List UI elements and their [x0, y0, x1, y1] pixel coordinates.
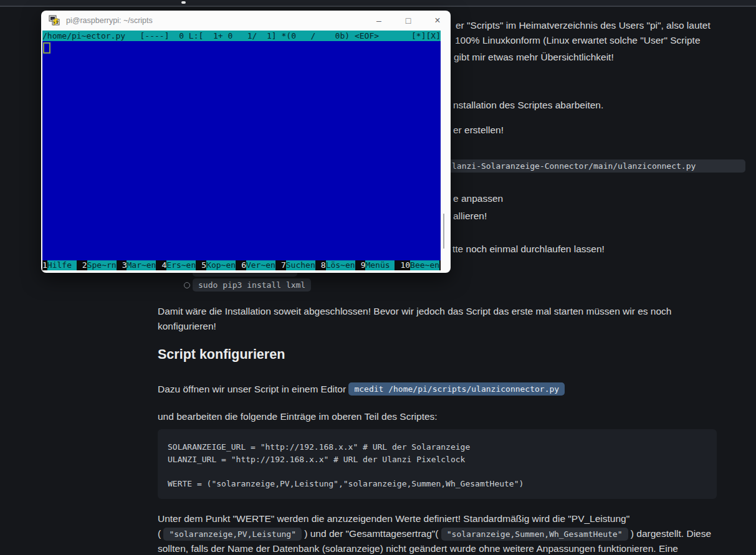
close-button[interactable]: ×	[433, 11, 442, 31]
list-bullet	[184, 282, 190, 288]
fkey-suchen[interactable]: 7Suchen	[281, 260, 315, 270]
inline-code-wget-url: lanzi-Solaranzeige-Connector/main/ulanzi…	[409, 159, 745, 173]
paragraph-segment: (	[158, 526, 163, 541]
text-cursor	[43, 42, 50, 54]
section-heading: Script konfigurieren	[158, 347, 285, 363]
terminal-window[interactable]: pi@raspberrypi: ~/scripts – □ × /home/pi…	[41, 11, 451, 273]
fkey-label: Ers~en	[166, 260, 196, 270]
scrubber-dot	[181, 1, 186, 4]
paragraph-werte: Unter dem Punkt "WERTE" werden die anzuz…	[158, 511, 711, 555]
paragraph-line: Damit wäre die Installation soweit abges…	[158, 304, 671, 319]
article-line: allieren!	[453, 211, 487, 222]
fkey-verschieben[interactable]: 6Ver~en	[241, 260, 275, 270]
putty-icon	[49, 15, 61, 26]
fkey-label: Mar~en	[127, 260, 156, 270]
inline-code-mcedit: mcedit /home/pi/scripts/ulanziconnector.…	[348, 382, 565, 396]
article-line: gibt mir etwas mehr Übersichtlichkeit!	[454, 52, 614, 63]
maximize-button[interactable]: □	[404, 11, 413, 31]
terminal-titlebar[interactable]: pi@raspberrypi: ~/scripts – □ ×	[41, 11, 451, 31]
fkey-label: Kop~en	[206, 260, 236, 270]
fkey-number: 5	[201, 260, 206, 270]
paragraph-segment: ) dargestellt. Diese	[628, 526, 712, 541]
article-line: er erstellen!	[453, 125, 504, 136]
fkey-loeschen[interactable]: 8Lös~en	[321, 260, 355, 270]
paragraph-line: sollten, falls der Name der Datenbank (s…	[158, 541, 711, 555]
editor-instruction-text: Dazu öffnen wir unser Script in einem Ed…	[158, 382, 348, 397]
paragraph-segment: ) und der "Gesamttagesertrag"(	[302, 526, 441, 541]
fkey-label: Menüs	[365, 260, 395, 270]
code-line: SOLARANZEIGE_URL = "http://192.168.x.x" …	[168, 441, 707, 453]
code-line	[168, 465, 707, 478]
fkey-label: Spe~rn	[87, 260, 117, 270]
mcedit-header-bar: /home/pi~ector.py [----] 0 L:[ 1+ 0 1/ 1…	[42, 31, 441, 41]
top-divider	[0, 6, 756, 7]
fkey-label: Hilfe	[47, 260, 77, 270]
editor-instruction: Dazu öffnen wir unser Script in einem Ed…	[158, 382, 565, 397]
inline-code-pip3-lxml: sudo pip3 install lxml	[193, 278, 311, 292]
terminal-scrollbar[interactable]	[443, 214, 444, 249]
fkey-label: Suchen	[286, 260, 315, 270]
fkey-number: 10	[400, 260, 410, 270]
fkey-number: 4	[161, 260, 166, 270]
fkey-hilfe[interactable]: 1Hilfe	[42, 260, 77, 270]
paragraph-line: ( "solaranzeige,PV,Leistung" ) und der "…	[158, 526, 711, 541]
article-line: 100% Linuxkonform (Linux erwartet solche…	[455, 35, 701, 46]
article-line: e anpassen	[453, 193, 503, 204]
fkey-number: 6	[241, 260, 246, 270]
fkey-number: 3	[122, 260, 127, 270]
paragraph-install-done: Damit wäre die Installation soweit abges…	[158, 304, 671, 333]
fkey-speichern[interactable]: 2Spe~rn	[82, 260, 117, 270]
code-line: WERTE = ("solaranzeige,PV,Leistung","sol…	[168, 478, 707, 490]
window-controls: – □ ×	[375, 11, 442, 31]
terminal-title: pi@raspberrypi: ~/scripts	[66, 16, 153, 25]
code-line: ULANZI_URL = "http://192.168.x.x" # URL …	[168, 453, 707, 466]
fkey-number: 2	[82, 260, 87, 270]
mcedit-filename-status: /home/pi~ector.py [----] 0 L:[ 1+ 0 1/ 1…	[42, 31, 379, 41]
top-strip	[0, 0, 756, 6]
mcedit-header-flags: [*][X]	[411, 31, 441, 41]
fkey-number: 1	[42, 260, 47, 270]
fkey-menues[interactable]: 9Menüs	[361, 260, 395, 270]
fkey-kopieren[interactable]: 5Kop~en	[201, 260, 236, 270]
minimize-button[interactable]: –	[375, 11, 383, 31]
fkey-label: Lös~en	[326, 260, 355, 270]
paragraph-line: Unter dem Punkt "WERTE" werden die anzuz…	[158, 511, 711, 526]
fkey-markieren[interactable]: 3Mar~en	[122, 260, 156, 270]
fkey-label: Ver~en	[246, 260, 275, 270]
inline-code-gesamtheute: "solaranzeige,Summen,Wh_GesamtHeute"	[441, 528, 628, 541]
fkey-number: 7	[281, 260, 286, 270]
inline-code-pv-leistung: "solaranzeige,PV,Leistung"	[163, 528, 302, 541]
fkey-number: 8	[321, 260, 326, 270]
mcedit-edit-area[interactable]	[42, 41, 441, 260]
fkey-beenden[interactable]: 10Bee~en	[400, 260, 439, 270]
fkey-number: 9	[361, 260, 366, 270]
article-line: tte noch einmal durchlaufen lassen!	[452, 244, 605, 255]
mcedit-function-key-bar: 1Hilfe 2Spe~rn 3Mar~en 4Ers~en 5Kop~en 6…	[42, 260, 441, 270]
paragraph-line: konfigurieren!	[158, 319, 671, 334]
code-block: SOLARANZEIGE_URL = "http://192.168.x.x" …	[158, 429, 717, 499]
article-line: nstallation des Scriptes abarbeiten.	[453, 100, 603, 111]
fkey-ersetzen[interactable]: 4Ers~en	[161, 260, 196, 270]
fkey-label: Bee~en	[410, 260, 439, 270]
edit-intro-line: und bearbeiten die folgende Einträge im …	[158, 409, 438, 424]
article-line: er "Scripts" im Heimatverzeichnis des Us…	[456, 20, 711, 31]
terminal-screen[interactable]: /home/pi~ector.py [----] 0 L:[ 1+ 0 1/ 1…	[42, 31, 441, 270]
